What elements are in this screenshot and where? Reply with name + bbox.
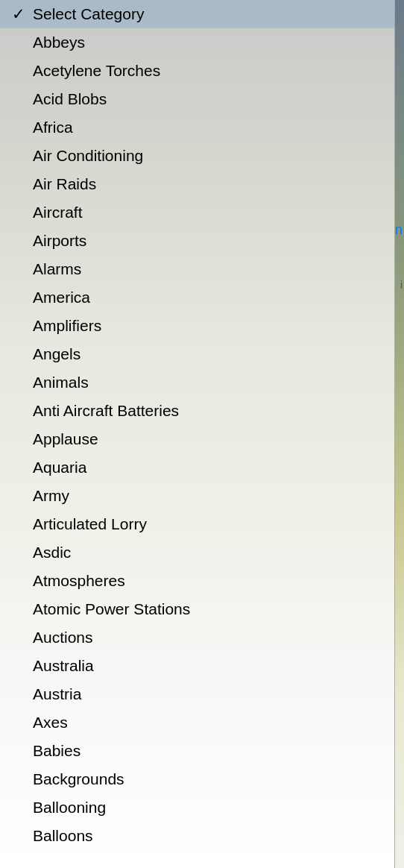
dropdown-item[interactable]: Alarms: [0, 255, 394, 283]
dropdown-item-label: Angels: [33, 345, 382, 363]
dropdown-item[interactable]: Articulated Lorry: [0, 510, 394, 538]
dropdown-item[interactable]: Babies: [0, 737, 394, 765]
dropdown-item[interactable]: Air Raids: [0, 170, 394, 198]
dropdown-item-label: Balloons: [33, 826, 382, 845]
dropdown-item[interactable]: Army: [0, 482, 394, 510]
dropdown-item-label: Applause: [33, 430, 382, 448]
dropdown-item-label: Air Conditioning: [33, 146, 382, 165]
dropdown-item-label: Aircraft: [33, 203, 382, 221]
dropdown-item-label: Army: [33, 486, 382, 505]
dropdown-item[interactable]: Aircraft: [0, 198, 394, 227]
dropdown-item-label: Africa: [33, 118, 382, 136]
link-indicator: n: [395, 222, 403, 238]
dropdown-item[interactable]: Axes: [0, 708, 394, 737]
dropdown-item-label: America: [33, 288, 382, 306]
dropdown-item-label: Auctions: [33, 628, 382, 647]
dropdown-item[interactable]: Acid Blobs: [0, 85, 394, 113]
dropdown-item[interactable]: ✓Select Category: [0, 0, 394, 28]
dropdown-item-label: Babies: [33, 741, 382, 760]
dropdown-item[interactable]: Airports: [0, 227, 394, 255]
dropdown-item[interactable]: Animals: [0, 368, 394, 397]
dropdown-item[interactable]: Backgrounds: [0, 765, 394, 793]
dropdown-item-label: Austria: [33, 685, 382, 703]
dropdown-item[interactable]: Applause: [0, 425, 394, 453]
dropdown-menu[interactable]: ✓Select CategoryAbbeysAcetylene TorchesA…: [0, 0, 395, 868]
dropdown-item-label: Alarms: [33, 260, 382, 278]
dropdown-item-label: Axes: [33, 713, 382, 732]
dropdown-item[interactable]: Balloons: [0, 822, 394, 850]
dropdown-item-label: Aquaria: [33, 458, 382, 477]
dropdown-item[interactable]: Amplifiers: [0, 312, 394, 340]
dropdown-item-label: Asdic: [33, 543, 382, 562]
dropdown-item[interactable]: Australia: [0, 652, 394, 680]
dropdown-item[interactable]: Africa: [0, 113, 394, 142]
dropdown-item-label: Ballooning: [33, 798, 382, 817]
dropdown-item-label: Acetylene Torches: [33, 61, 382, 80]
dropdown-item-label: Atmospheres: [33, 571, 382, 590]
dropdown-item[interactable]: Air Conditioning: [0, 142, 394, 170]
dropdown-item-label: Airports: [33, 231, 382, 250]
dropdown-item[interactable]: Anti Aircraft Batteries: [0, 397, 394, 425]
dropdown-item-label: Amplifiers: [33, 316, 382, 335]
dropdown-item-label: Abbeys: [33, 33, 382, 51]
dropdown-item[interactable]: Aquaria: [0, 453, 394, 482]
dropdown-item[interactable]: Acetylene Torches: [0, 57, 394, 85]
dropdown-item[interactable]: Asdic: [0, 538, 394, 567]
dropdown-item-label: Anti Aircraft Batteries: [33, 401, 382, 420]
dropdown-item-label: Australia: [33, 656, 382, 675]
dropdown-item-label: Backgrounds: [33, 770, 382, 788]
dropdown-item-label: Select Category: [33, 4, 382, 23]
dropdown-item[interactable]: Auctions: [0, 623, 394, 652]
dropdown-item[interactable]: Angels: [0, 340, 394, 368]
dropdown-item[interactable]: Atomic Power Stations: [0, 595, 394, 623]
dropdown-item-label: Animals: [33, 373, 382, 391]
dropdown-item[interactable]: Austria: [0, 680, 394, 708]
dropdown-item[interactable]: Ballooning: [0, 793, 394, 822]
dropdown-item[interactable]: Abbeys: [0, 28, 394, 57]
dropdown-item-label: Acid Blobs: [33, 89, 382, 108]
checkmark-icon: ✓: [12, 4, 33, 23]
dropdown-item[interactable]: America: [0, 283, 394, 312]
dropdown-item[interactable]: Atmospheres: [0, 567, 394, 595]
detail-indicator: i: [400, 279, 403, 291]
dropdown-item-label: Air Raids: [33, 174, 382, 193]
dropdown-item-label: Articulated Lorry: [33, 515, 382, 533]
dropdown-item-label: Atomic Power Stations: [33, 600, 382, 618]
